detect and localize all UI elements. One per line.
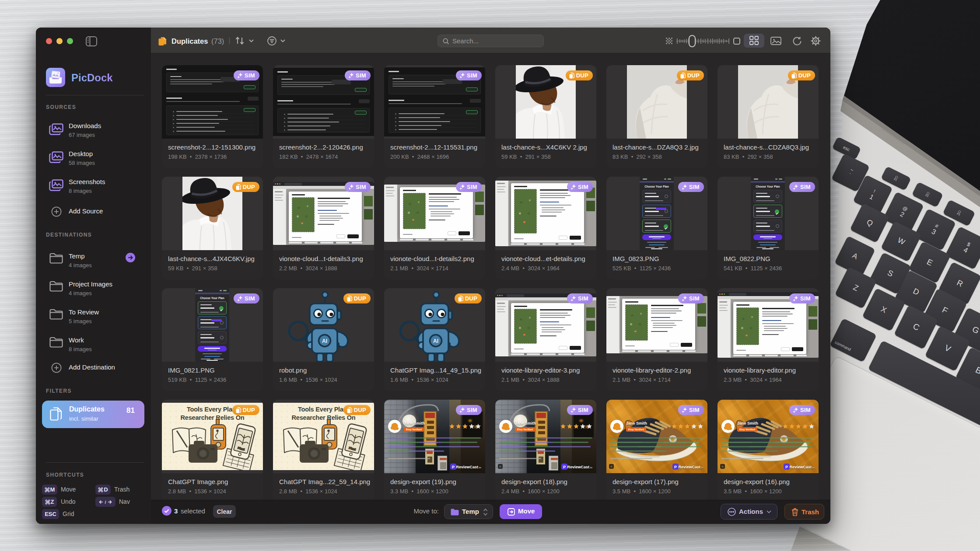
svg-text:P: P xyxy=(785,465,788,469)
svg-text:P: P xyxy=(563,465,566,469)
svg-text:P: P xyxy=(674,465,677,469)
svg-text:P: P xyxy=(452,465,455,469)
svg-text:/: / xyxy=(105,500,106,504)
svg-text:AI: AI xyxy=(322,338,327,344)
svg-text:AI: AI xyxy=(433,338,438,344)
